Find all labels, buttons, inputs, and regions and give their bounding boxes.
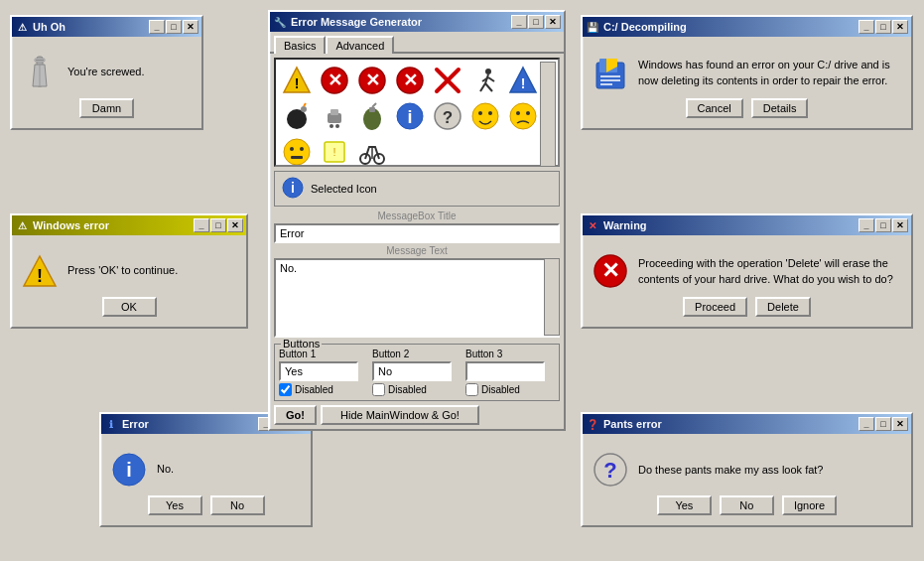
pants-close-btn[interactable]: ✕ — [892, 417, 908, 431]
icon-tools[interactable] — [318, 99, 351, 133]
decompiling-message: Windows has found an error on your C:/ d… — [638, 57, 901, 89]
svg-point-44 — [510, 103, 536, 129]
winerror-ok-btn[interactable]: OK — [102, 297, 157, 317]
winerror-close-btn[interactable]: ✕ — [227, 218, 243, 232]
selected-icon: i — [281, 176, 305, 202]
btn-cols: Button 1 Disabled Button 2 Disabled Butt… — [279, 349, 555, 396]
warning-proceed-btn[interactable]: Proceed — [683, 297, 747, 317]
uhoh-title-icon: ⚠ — [15, 20, 29, 34]
pants-maximize-btn[interactable]: □ — [875, 417, 891, 431]
error-small-yes-btn[interactable]: Yes — [148, 495, 202, 515]
tab-basics[interactable]: Basics — [274, 36, 326, 54]
icon-face2[interactable] — [506, 99, 540, 133]
btn1-disabled-row: Disabled — [279, 383, 368, 396]
pants-msg-row: ? Do these pants make my ass look fat? — [593, 452, 901, 488]
decompiling-maximize-btn[interactable]: □ — [875, 20, 891, 34]
btn3-input[interactable] — [465, 361, 545, 381]
icon-error2[interactable]: ✕ — [355, 64, 389, 97]
icon-question[interactable]: ? — [431, 99, 464, 133]
error-small-no-btn[interactable]: No — [210, 495, 265, 515]
pants-minimize-btn[interactable]: _ — [858, 417, 874, 431]
icon-face3[interactable] — [280, 135, 314, 167]
warning-minimize-btn[interactable]: _ — [858, 218, 874, 232]
error-small-msg-row: i No. — [111, 452, 301, 488]
icon-run[interactable] — [468, 64, 502, 97]
tab-advanced[interactable]: Advanced — [326, 36, 394, 54]
uhoh-maximize-btn[interactable]: □ — [166, 20, 182, 34]
btn2-disabled-checkbox[interactable] — [372, 383, 385, 396]
warning-close-btn[interactable]: ✕ — [892, 218, 908, 232]
btn3-disabled-checkbox[interactable] — [465, 383, 478, 396]
generator-close-btn[interactable]: ✕ — [545, 15, 561, 29]
icon-warning[interactable]: ! — [280, 64, 314, 97]
go-btn[interactable]: Go! — [274, 405, 317, 425]
svg-text:✕: ✕ — [328, 70, 342, 90]
pants-yes-btn[interactable]: Yes — [657, 495, 712, 515]
decompiling-close-btn[interactable]: ✕ — [892, 20, 908, 34]
btn1-disabled-checkbox[interactable] — [279, 383, 292, 396]
decompiling-details-btn[interactable]: Details — [751, 98, 809, 118]
svg-point-45 — [516, 111, 520, 115]
btn1-input[interactable] — [279, 361, 358, 381]
icon-error1[interactable]: ✕ — [318, 64, 351, 97]
svg-text:i: i — [126, 459, 132, 481]
svg-text:!: ! — [295, 75, 300, 91]
generator-minimize-btn[interactable]: _ — [511, 15, 527, 29]
btn3-disabled-row: Disabled — [465, 383, 555, 396]
uhoh-close-btn[interactable]: ✕ — [183, 20, 198, 34]
svg-point-32 — [330, 124, 333, 128]
hide-btn[interactable]: Hide MainWindow & Go! — [321, 405, 479, 425]
warning-delete-btn[interactable]: Delete — [755, 297, 811, 317]
pants-ignore-btn[interactable]: Ignore — [782, 495, 837, 515]
svg-point-47 — [284, 139, 310, 165]
message-text-label: Message Text — [274, 245, 560, 256]
winerror-content: ! Press 'OK' to continue. OK — [12, 235, 246, 327]
icon-grid-scrollbar[interactable] — [540, 62, 556, 167]
svg-text:✕: ✕ — [403, 70, 418, 90]
pants-message: Do these pants make my ass look fat? — [638, 462, 823, 479]
generator-titlebar: 🔧 Error Message Generator _ □ ✕ — [270, 12, 564, 32]
btn1-label: Button 1 — [279, 349, 368, 359]
btn2-input[interactable] — [372, 361, 452, 381]
svg-point-33 — [335, 124, 339, 128]
winerror-maximize-btn[interactable]: □ — [210, 218, 226, 232]
pants-content: ? Do these pants make my ass look fat? Y… — [583, 434, 911, 525]
pants-title: Pants error — [603, 418, 858, 430]
icon-grenade[interactable] — [355, 99, 389, 133]
svg-rect-31 — [330, 109, 338, 115]
icon-bomb[interactable] — [280, 99, 314, 133]
generator-maximize-btn[interactable]: □ — [528, 15, 544, 29]
uhoh-minimize-btn[interactable]: _ — [149, 20, 165, 34]
btn2-label: Button 2 — [372, 349, 462, 359]
warning-triangle-icon: ! — [22, 253, 58, 289]
message-scrollbar[interactable] — [544, 258, 560, 336]
uhoh-msg-row: You're screwed. — [22, 55, 192, 90]
icon-ex1[interactable] — [431, 64, 464, 97]
info-circle-icon: i — [111, 452, 147, 488]
decompiling-cancel-btn[interactable]: Cancel — [686, 98, 743, 118]
svg-point-28 — [301, 106, 307, 112]
warning-maximize-btn[interactable]: □ — [875, 218, 891, 232]
icon-bike[interactable] — [355, 135, 389, 167]
bottom-btns: Go! Hide MainWindow & Go! — [274, 405, 560, 425]
error-small-message: No. — [157, 462, 174, 477]
message-text-input[interactable]: No. — [274, 258, 560, 338]
msgbox-title-label: MessageBox Title — [274, 210, 560, 221]
icon-error3[interactable]: ✕ — [393, 64, 427, 97]
winerror-minimize-btn[interactable]: _ — [194, 218, 209, 232]
btn2-disabled-row: Disabled — [372, 383, 462, 396]
icon-info-blue[interactable]: i — [393, 99, 427, 133]
icon-triangle-blue[interactable]: ! — [506, 64, 540, 97]
icon-face1[interactable] — [468, 99, 502, 133]
uhoh-damn-btn[interactable]: Damn — [79, 98, 134, 118]
btn3-label: Button 3 — [465, 349, 555, 359]
icon-box[interactable]: ! — [318, 135, 351, 167]
pants-no-btn[interactable]: No — [720, 495, 774, 515]
error-small-title: Error — [122, 418, 257, 430]
msgbox-title-input[interactable] — [274, 223, 560, 243]
svg-rect-50 — [291, 156, 303, 159]
generator-window: 🔧 Error Message Generator _ □ ✕ Basics A… — [268, 10, 566, 431]
decompiling-minimize-btn[interactable]: _ — [858, 20, 874, 34]
svg-point-46 — [526, 111, 530, 115]
winerror-message: Press 'OK' to continue. — [67, 263, 178, 278]
